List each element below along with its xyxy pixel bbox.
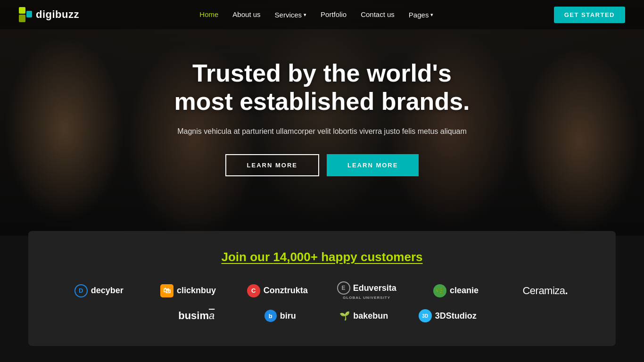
get-started-button[interactable]: GET STARTED (554, 7, 625, 23)
logo-icon (19, 7, 32, 22)
logo[interactable]: digibuzz (19, 7, 79, 22)
cleanie-icon: 🌿 (433, 284, 446, 297)
biru-icon: b (264, 310, 277, 322)
nav-item-portfolio[interactable]: Portfolio (321, 10, 347, 19)
clients-section: Join our 14,000+ happy customers D decyb… (28, 231, 616, 346)
svg-rect-2 (26, 11, 32, 17)
nav-link-contact[interactable]: Contact us (361, 10, 395, 18)
client-bakebun: 🌱 bakebun (324, 311, 404, 321)
hero-content: Trusted by the world's most established … (162, 59, 482, 176)
logo-text: digibuzz (36, 8, 79, 21)
client-busima: busima (157, 310, 236, 322)
client-ceramiza: Ceramiza. (503, 285, 587, 297)
studioz-label: 3DStudioz (435, 311, 477, 321)
conztrukta-icon: C (247, 284, 260, 297)
nav-link-portfolio[interactable]: Portfolio (321, 10, 347, 18)
client-eduversita: E Eduversita GLOBAL UNIVERSITY (324, 281, 409, 300)
svg-rect-1 (19, 15, 25, 22)
nav-item-pages[interactable]: Pages (409, 11, 434, 19)
decyber-icon: D (74, 284, 88, 297)
clicknbuy-label: clicknbuy (177, 286, 216, 296)
svg-rect-0 (19, 7, 25, 14)
nav-links: Home About us Services Portfolio Contact… (199, 10, 433, 19)
client-clicknbuy: 🛍 clicknbuy (146, 284, 230, 297)
nav-link-pages[interactable]: Pages (409, 11, 434, 19)
nav-link-home[interactable]: Home (199, 10, 218, 18)
eduversita-sub: GLOBAL UNIVERSITY (343, 296, 390, 300)
clients-count: 14,000+ (273, 250, 318, 264)
nav-item-contact[interactable]: Contact us (361, 10, 395, 19)
decyber-label: decyber (91, 286, 124, 296)
client-biru: b biru (241, 310, 320, 322)
client-conztrukta: C Conztrukta (235, 284, 320, 297)
studioz-icon: 3D (419, 309, 432, 322)
page-wrapper: digibuzz Home About us Services Portfoli… (0, 0, 644, 362)
cleanie-label: cleanie (450, 286, 479, 296)
client-decyber: D decyber (57, 284, 141, 297)
clients-title: Join our 14,000+ happy customers (57, 250, 587, 264)
learn-more-outline-button[interactable]: LEARN MORE (225, 154, 319, 176)
clients-row2: busima b biru 🌱 bakebun 3D 3DStudioz (157, 309, 487, 322)
navbar: digibuzz Home About us Services Portfoli… (0, 0, 644, 29)
nav-item-services[interactable]: Services (275, 11, 307, 19)
bakebun-label: bakebun (353, 311, 388, 321)
busima-label: busima (178, 310, 215, 322)
nav-item-home[interactable]: Home (199, 10, 218, 19)
learn-more-solid-button[interactable]: LEARN MORE (327, 154, 419, 176)
client-3dstudioz: 3D 3DStudioz (408, 309, 487, 322)
eduversita-label: Eduversita (353, 283, 396, 293)
hero-section: digibuzz Home About us Services Portfoli… (0, 0, 644, 236)
biru-label: biru (280, 311, 296, 321)
nav-item-about[interactable]: About us (232, 10, 260, 19)
clicknbuy-icon: 🛍 (160, 284, 173, 297)
nav-link-about[interactable]: About us (232, 10, 260, 18)
client-cleanie: 🌿 cleanie (413, 284, 498, 297)
ceramiza-label: Ceramiza. (522, 285, 568, 297)
hero-title: Trusted by the world's most established … (171, 59, 473, 116)
clients-title-suffix: happy customers (318, 250, 423, 264)
bakebun-icon: 🌱 (339, 311, 350, 321)
eduversita-icon: E (337, 281, 350, 295)
conztrukta-label: Conztrukta (264, 286, 308, 296)
clients-row1: D decyber 🛍 clicknbuy C Conztrukta E Edu… (57, 281, 587, 300)
hero-buttons: LEARN MORE LEARN MORE (171, 154, 473, 176)
nav-link-services[interactable]: Services (275, 11, 307, 19)
clients-title-prefix: Join our (221, 250, 273, 264)
hero-subtitle: Magnis vehicula at parturient ullamcorpe… (171, 125, 473, 138)
